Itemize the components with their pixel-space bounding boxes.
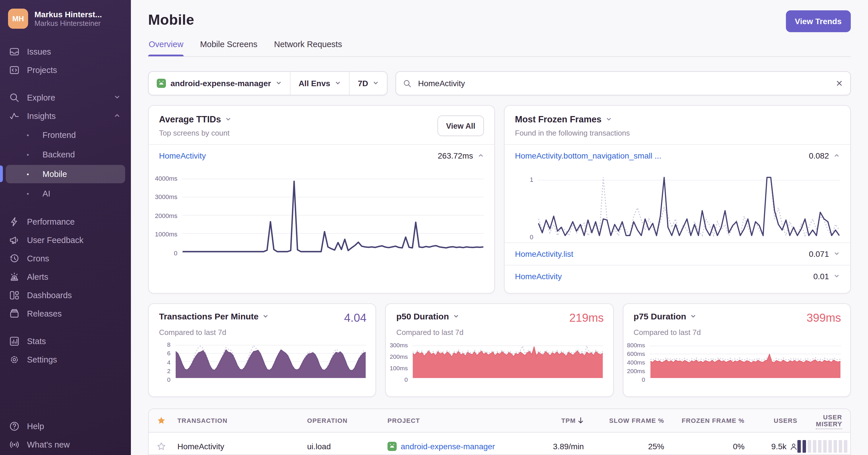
tab-mobile-screens[interactable]: Mobile Screens <box>199 36 258 56</box>
sidebar-item-frontend[interactable]: Frontend <box>6 126 125 144</box>
sidebar-item-explore[interactable]: Explore <box>0 88 131 107</box>
projects-icon <box>9 65 20 75</box>
tpm-card: Transactions Per Minute 4.04 Compared to… <box>148 303 376 397</box>
avg-ttids-title-dropdown[interactable]: Average TTIDs <box>159 114 231 125</box>
bullet-icon <box>27 173 29 175</box>
chevron-down-icon <box>606 114 612 125</box>
sidebar-item-insights[interactable]: Insights <box>0 107 131 125</box>
android-icon <box>388 442 397 451</box>
sidebar-item-mobile[interactable]: Mobile <box>6 165 125 183</box>
bullet-icon <box>27 193 29 195</box>
org-switcher[interactable]: MH Markus Hinterst... Markus Hinterstein… <box>0 0 131 34</box>
p75-subtitle: Compared to last 7d <box>623 328 850 337</box>
expand-icon[interactable] <box>834 249 840 258</box>
frozen-frames-card: Most Frozen Frames Found in the followin… <box>504 105 851 293</box>
issues-icon <box>9 47 20 57</box>
sidebar-item-crons[interactable]: Crons <box>0 249 131 268</box>
tpm-title-dropdown[interactable]: Transactions Per Minute <box>159 311 269 321</box>
sidebar-item-backend[interactable]: Backend <box>6 145 125 164</box>
sidebar-item-help[interactable]: Help <box>0 417 131 435</box>
tpm-y-axis: 02468 <box>149 342 175 379</box>
col-slow-frame[interactable]: SLOW FRAME % <box>609 417 664 424</box>
col-tpm[interactable]: TPM <box>561 417 584 424</box>
star-icon[interactable] <box>157 442 177 451</box>
project-filter[interactable]: android-expense-manager <box>149 72 290 95</box>
clock-history-icon <box>9 253 20 264</box>
expand-icon[interactable] <box>834 272 840 281</box>
sidebar-item-projects[interactable]: Projects <box>0 61 131 79</box>
chevron-down-icon <box>690 311 696 321</box>
user-icon <box>790 443 797 450</box>
frozen-frames-subtitle: Found in the following transactions <box>515 129 630 137</box>
clear-search-icon[interactable] <box>835 79 843 87</box>
frozen-transaction-link[interactable]: HomeActivity.bottom_navigation_small ... <box>515 151 661 160</box>
starred-header-star-icon[interactable] <box>157 416 177 425</box>
frozen-frames-title-dropdown[interactable]: Most Frozen Frames <box>515 114 630 125</box>
p75-title-dropdown[interactable]: p75 Duration <box>633 311 696 321</box>
dashboards-icon <box>9 290 20 301</box>
ttid-transaction-link[interactable]: HomeActivity <box>159 151 206 160</box>
col-transaction[interactable]: TRANSACTION <box>177 417 307 424</box>
col-frozen-frame[interactable]: FROZEN FRAME % <box>682 417 745 424</box>
sidebar-item-settings[interactable]: Settings <box>0 350 131 369</box>
sort-desc-icon <box>578 417 584 424</box>
project-link[interactable]: android-expense-manager <box>401 442 495 451</box>
chevron-down-icon <box>114 93 121 102</box>
sidebar-item-issues[interactable]: Issues <box>0 42 131 61</box>
operation-cell: ui.load <box>307 442 388 451</box>
p50-value: 219ms <box>569 311 603 324</box>
user-misery-bars <box>797 440 847 453</box>
avg-ttids-card: Average TTIDs Top screens by count View … <box>148 105 495 293</box>
col-operation[interactable]: OPERATION <box>307 417 388 424</box>
col-project[interactable]: PROJECT <box>388 417 525 424</box>
tab-network-requests[interactable]: Network Requests <box>274 36 343 56</box>
sidebar-item-performance[interactable]: Performance <box>0 212 131 231</box>
chevron-down-icon <box>335 79 341 88</box>
sidebar-item-ai[interactable]: AI <box>6 184 125 203</box>
chevron-down-icon <box>373 79 379 88</box>
app-root: MH Markus Hinterst... Markus Hinterstein… <box>0 0 868 455</box>
p50-title-dropdown[interactable]: p50 Duration <box>396 311 459 321</box>
frozen-transaction-link[interactable]: HomeActivity.list <box>515 249 573 258</box>
col-user-misery[interactable]: USER MISERY <box>797 414 842 427</box>
frozen-frame-cell: 0% <box>733 442 745 451</box>
broadcast-icon <box>9 439 20 450</box>
sidebar-item-whats-new[interactable]: What's new <box>0 435 131 454</box>
gear-icon <box>9 354 20 365</box>
page-title: Mobile <box>148 11 194 28</box>
android-icon <box>157 79 166 88</box>
chevron-up-icon <box>114 111 121 121</box>
search-input[interactable] <box>417 78 830 88</box>
avg-ttids-subtitle: Top screens by count <box>159 129 231 137</box>
sidebar-item-alerts[interactable]: Alerts <box>0 268 131 286</box>
frozen-transaction-link[interactable]: HomeActivity <box>515 272 562 281</box>
tab-overview[interactable]: Overview <box>148 36 184 56</box>
col-users[interactable]: USERS <box>774 417 797 424</box>
sidebar-item-stats[interactable]: Stats <box>0 332 131 350</box>
view-trends-button[interactable]: View Trends <box>786 10 851 32</box>
user-name: Markus Hinterst... <box>34 10 102 19</box>
frozen-value: 0.071 <box>809 249 829 258</box>
environment-filter[interactable]: All Envs <box>290 72 349 95</box>
page-filters: android-expense-manager All Envs 7D <box>148 71 388 95</box>
chevron-down-icon <box>453 311 459 321</box>
releases-icon <box>9 309 20 319</box>
p50-y-axis: 0100ms200ms300ms <box>386 342 412 379</box>
frozen-value: 0.01 <box>813 272 829 281</box>
transaction-link[interactable]: HomeActivity <box>177 442 307 451</box>
view-all-button[interactable]: View All <box>437 115 484 136</box>
sidebar-item-dashboards[interactable]: Dashboards <box>0 286 131 305</box>
date-range-filter[interactable]: 7D <box>349 72 387 95</box>
insights-icon <box>9 111 20 121</box>
table-row: HomeActivity ui.load android-expense-man… <box>149 433 850 455</box>
bullet-icon <box>27 134 29 136</box>
p50-subtitle: Compared to last 7d <box>386 328 613 337</box>
sidebar-item-user-feedback[interactable]: User Feedback <box>0 231 131 249</box>
search-icon <box>9 92 20 103</box>
tpm-chart <box>175 342 367 379</box>
collapse-icon[interactable] <box>477 151 484 160</box>
sidebar-item-releases[interactable]: Releases <box>0 305 131 323</box>
frozen-y-axis: 01 <box>507 172 538 237</box>
collapse-icon[interactable] <box>834 151 840 160</box>
avatar: MH <box>8 9 28 29</box>
